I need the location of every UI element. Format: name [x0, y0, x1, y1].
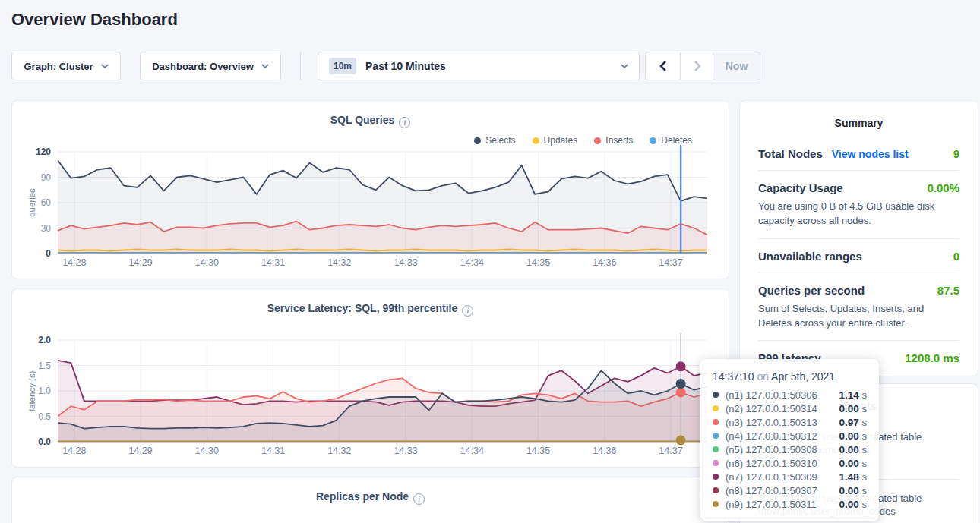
summary-item-value: 0.00%	[927, 181, 959, 194]
x-tick-label: 14:28	[62, 257, 86, 268]
node-color-dot	[713, 501, 719, 507]
tooltip-node-row: (n2) 127.0.0.1:503140.00 s	[713, 402, 867, 415]
y-tick-label: 60	[41, 197, 52, 208]
hover-dot	[676, 435, 686, 445]
y-tick-label: 0	[46, 248, 51, 259]
x-tick-label: 14:32	[327, 257, 351, 268]
tooltip-node-row: (n6) 127.0.0.1:503100.00 s	[713, 456, 867, 470]
x-tick-label: 14:34	[460, 446, 484, 456]
tooltip-node-row: (n7) 127.0.0.1:503091.48 s	[713, 470, 867, 484]
x-tick-label: 14:36	[593, 257, 616, 268]
x-tick-label: 14:35	[526, 446, 550, 456]
node-latency-value: 0.97 s	[839, 417, 867, 428]
summary-item-3: Queries per second87.5Sum of Selects, Up…	[758, 273, 959, 341]
overview-dashboard-page: Overview Dashboard Graph: Cluster Dashbo…	[0, 0, 980, 523]
node-latency-value: 0.00 s	[839, 458, 867, 469]
summary-item-label: Capacity Usage	[758, 181, 843, 194]
summary-item-description: Sum of Selects, Updates, Inserts, and De…	[758, 302, 959, 331]
y-tick-label: 90	[41, 172, 52, 183]
tooltip-node-row: (n9) 127.0.0.1:503110.00 s	[713, 497, 867, 511]
replicas-per-node-chart-card: Replicas per Nodei	[11, 477, 729, 523]
x-tick-label: 14:28	[62, 446, 86, 456]
node-color-dot	[713, 405, 719, 411]
y-tick-label: 0.0	[38, 436, 51, 447]
node-color-dot	[713, 392, 719, 398]
x-tick-label: 14:30	[195, 446, 219, 456]
summary-item-label: Unavailable ranges	[758, 250, 862, 263]
graph-dropdown[interactable]: Graph: Cluster	[11, 52, 121, 80]
summary-item-value: 0	[953, 250, 959, 263]
summary-item-label: Queries per second	[758, 284, 865, 297]
node-address: (n5) 127.0.0.1:50308	[726, 444, 817, 455]
sql-queries-chart[interactable]: 030609012014:2814:2914:3014:3114:3214:33…	[12, 101, 730, 280]
summary-item-value: 87.5	[937, 284, 959, 297]
summary-item-value: 9	[953, 147, 959, 160]
x-tick-label: 14:29	[128, 446, 152, 456]
time-next-button[interactable]	[680, 52, 715, 80]
x-tick-label: 14:37	[659, 446, 682, 456]
page-title: Overview Dashboard	[11, 10, 178, 30]
node-latency-value: 0.00 s	[839, 485, 867, 496]
node-address: (n8) 127.0.0.1:50307	[726, 485, 817, 496]
tooltip-timestamp: 14:37:10 on Apr 5th, 2021	[713, 370, 867, 383]
info-icon[interactable]: i	[413, 493, 425, 505]
x-tick-label: 14:32	[327, 446, 351, 456]
y-tick-label: 2.0	[38, 335, 51, 345]
y-tick-label: 30	[41, 223, 52, 234]
tooltip-node-row: (n5) 127.0.0.1:503080.00 s	[713, 443, 867, 456]
node-color-dot	[713, 433, 719, 439]
node-address: (n7) 127.0.0.1:50309	[726, 471, 817, 483]
time-range-label: Past 10 Minutes	[365, 60, 446, 72]
summary-item-description: You are using 0 B of 4.5 GiB usable disk…	[758, 200, 959, 228]
tooltip-node-row: (n3) 127.0.0.1:503130.97 s	[713, 415, 867, 429]
tooltip-node-row: (n4) 127.0.0.1:503120.00 s	[713, 429, 867, 443]
x-tick-label: 14:33	[394, 446, 417, 456]
replicas-per-node-chart-title: Replicas per Nodei	[12, 490, 729, 505]
sql-queries-chart-card: SQL Queriesi SelectsUpdatesInsertsDelete…	[11, 100, 729, 279]
node-color-dot	[713, 419, 719, 425]
x-tick-label: 14:31	[261, 257, 285, 268]
y-axis-title: latency (s)	[27, 370, 36, 411]
summary-item-value: 1208.0 ms	[905, 351, 959, 364]
time-range-badge: 10m	[329, 58, 356, 74]
dashboard-dropdown-label: Dashboard: Overview	[152, 61, 254, 72]
view-nodes-list-link[interactable]: View nodes list	[832, 148, 909, 160]
node-address: (n3) 127.0.0.1:50313	[726, 417, 817, 428]
service-latency-chart[interactable]: 0.00.51.01.52.014:2814:2914:3014:3114:32…	[12, 289, 730, 468]
now-button[interactable]: Now	[713, 52, 760, 80]
x-tick-label: 14:36	[593, 446, 616, 456]
time-range-dropdown[interactable]: 10m Past 10 Minutes	[318, 52, 640, 80]
node-color-dot	[713, 446, 719, 452]
node-address: (n4) 127.0.0.1:50312	[726, 430, 817, 442]
y-tick-label: 120	[36, 147, 51, 157]
x-tick-label: 14:35	[526, 257, 550, 268]
x-tick-label: 14:29	[128, 257, 152, 268]
node-address: (n2) 127.0.0.1:50314	[726, 403, 817, 414]
graph-dropdown-label: Graph: Cluster	[24, 61, 93, 72]
node-address: (n6) 127.0.0.1:50310	[726, 458, 817, 469]
node-address: (n9) 127.0.0.1:50311	[726, 499, 817, 510]
summary-item-2: Unavailable ranges0	[758, 238, 959, 273]
node-color-dot	[713, 487, 719, 493]
summary-heading: Summary	[740, 101, 978, 129]
hover-dot	[676, 379, 686, 389]
node-latency-value: 0.00 s	[839, 430, 867, 442]
service-latency-chart-card: Service Latency: SQL, 99th percentilei 0…	[11, 288, 729, 468]
y-tick-label: 1.5	[38, 361, 51, 371]
chevron-down-icon	[621, 64, 628, 68]
summary-panel: Summary Total NodesView nodes list9Capac…	[739, 100, 978, 376]
chevron-left-icon	[659, 60, 667, 72]
summary-item-label: Total Nodes	[758, 147, 823, 160]
series-area-Selects	[58, 160, 707, 254]
dashboard-dropdown[interactable]: Dashboard: Overview	[140, 52, 281, 80]
node-color-dot	[713, 474, 719, 480]
time-prev-button[interactable]	[646, 52, 680, 80]
chevron-right-icon	[694, 60, 702, 72]
node-latency-value: 1.48 s	[839, 471, 867, 483]
chevron-down-icon	[101, 64, 109, 68]
tooltip-node-row: (n1) 127.0.0.1:503061.14 s	[713, 388, 867, 402]
y-tick-label: 0.5	[38, 411, 51, 422]
x-tick-label: 14:31	[261, 446, 285, 456]
hover-dot	[676, 388, 686, 398]
chevron-down-icon	[261, 64, 269, 68]
